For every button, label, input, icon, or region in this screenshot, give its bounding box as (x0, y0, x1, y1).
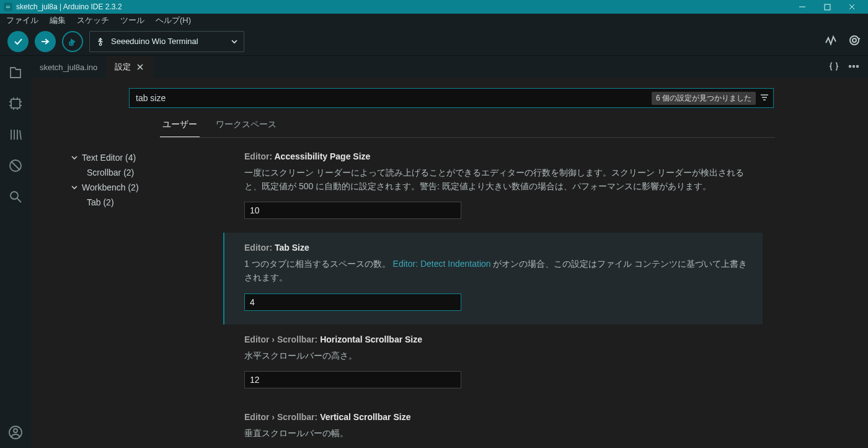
setting-description: 1 つのタブに相当するスペースの数。 Editor: Detect Indent… (244, 258, 751, 284)
maximize-button[interactable] (815, 0, 839, 14)
board-selector[interactable]: Seeeduino Wio Terminal (89, 31, 244, 52)
usb-icon (96, 37, 105, 46)
boards-manager-icon[interactable] (7, 96, 24, 112)
chevron-down-icon (231, 38, 237, 45)
title-bar: ∞ sketch_jul8a | Arduino IDE 2.3.2 (0, 0, 868, 14)
tab-sketch[interactable]: sketch_jul8a.ino (31, 56, 106, 78)
activity-bar (0, 56, 31, 448)
search-icon[interactable] (7, 189, 24, 205)
toc-tab-label: Tab (2) (87, 197, 114, 207)
toc-scrollbar-label: Scrollbar (2) (87, 168, 134, 177)
chevron-down-icon (71, 154, 78, 161)
more-actions-button[interactable] (848, 61, 859, 73)
svg-point-11 (850, 36, 859, 45)
toc-tab[interactable]: Tab (2) (71, 195, 223, 210)
close-button[interactable] (839, 0, 864, 14)
svg-point-36 (853, 65, 855, 67)
menu-file[interactable]: ファイル (1, 14, 43, 27)
toolbar: Seeeduino Wio Terminal (0, 27, 868, 56)
svg-line-28 (11, 161, 20, 170)
setting-title: Editor › Scrollbar: Horizontal Scrollbar… (244, 334, 751, 344)
svg-point-29 (11, 192, 18, 199)
toc-text-editor[interactable]: Text Editor (4) (71, 150, 223, 165)
horizontal-scrollbar-size-input[interactable] (244, 371, 461, 388)
setting-tab-size: Editor: Tab Size 1 つのタブに相当するスペースの数。 Edit… (223, 233, 763, 324)
svg-line-30 (17, 199, 21, 202)
detect-indentation-link[interactable]: Editor: Detect Indentation (393, 259, 491, 269)
debug-button[interactable] (62, 31, 83, 52)
svg-rect-14 (11, 99, 20, 108)
toc-workbench-label: Workbench (2) (82, 182, 139, 192)
svg-point-35 (849, 65, 851, 67)
setting-description: 一度にスクリーン リーダーによって読み上げることができるエディターの行数を制御し… (244, 166, 751, 193)
menu-help[interactable]: ヘルプ(H) (151, 14, 196, 27)
debug-icon[interactable] (7, 158, 24, 174)
svg-line-13 (858, 38, 860, 39)
svg-point-37 (857, 65, 859, 67)
editor-tabs: sketch_jul8a.ino 設定 (31, 56, 868, 78)
settings-search-box[interactable]: 6 個の設定が見つかりました (129, 88, 774, 108)
setting-title: Editor: Tab Size (244, 243, 751, 253)
board-name: Seeeduino Wio Terminal (111, 37, 198, 46)
settings-toc: Text Editor (4) Scrollbar (2) Workbench … (31, 141, 223, 448)
svg-point-7 (99, 43, 102, 45)
close-tab-icon[interactable] (136, 63, 144, 71)
serial-plotter-button[interactable] (825, 34, 837, 48)
svg-line-26 (20, 130, 21, 140)
open-json-button[interactable] (828, 61, 839, 73)
setting-vertical-scrollbar-size: Editor › Scrollbar: Vertical Scrollbar S… (223, 402, 763, 448)
tab-size-input[interactable] (244, 293, 461, 311)
svg-point-12 (852, 38, 856, 42)
scope-user[interactable]: ユーザー (160, 114, 200, 137)
menu-bar: ファイル 編集 スケッチ ツール ヘルプ(H) (0, 14, 868, 27)
setting-accessibility-page-size: Editor: Accessibility Page Size 一度にスクリーン… (223, 141, 763, 233)
toc-scrollbar[interactable]: Scrollbar (2) (71, 165, 223, 180)
menu-sketch[interactable]: スケッチ (72, 14, 114, 27)
settings-list[interactable]: Editor: Accessibility Page Size 一度にスクリーン… (223, 141, 868, 448)
svg-point-32 (14, 429, 17, 432)
setting-description: 水平スクロールバーの高さ。 (244, 349, 751, 363)
tab-settings-label: 設定 (115, 61, 131, 73)
chevron-down-icon (71, 184, 78, 191)
settings-search-input[interactable] (136, 93, 652, 103)
minimize-button[interactable] (790, 0, 815, 14)
setting-horizontal-scrollbar-size: Editor › Scrollbar: Horizontal Scrollbar… (223, 325, 763, 403)
app-icon: ∞ (4, 2, 12, 11)
library-manager-icon[interactable] (7, 127, 24, 143)
scope-workspace[interactable]: ワークスペース (213, 114, 279, 137)
setting-title: Editor › Scrollbar: Vertical Scrollbar S… (244, 412, 751, 422)
tab-sketch-label: sketch_jul8a.ino (40, 63, 97, 72)
filter-icon[interactable] (760, 92, 769, 104)
toc-workbench[interactable]: Workbench (2) (71, 180, 223, 195)
window-title: sketch_jul8a | Arduino IDE 2.3.2 (16, 2, 122, 11)
account-icon[interactable] (7, 424, 24, 441)
sketchbook-icon[interactable] (7, 65, 24, 81)
setting-description: 垂直スクロールバーの幅。 (244, 427, 751, 441)
menu-edit[interactable]: 編集 (45, 14, 71, 27)
upload-button[interactable] (35, 31, 56, 52)
results-count-chip: 6 個の設定が見つかりました (652, 92, 756, 105)
verify-button[interactable] (7, 31, 29, 52)
accessibility-page-size-input[interactable] (244, 202, 461, 219)
setting-title: Editor: Accessibility Page Size (244, 151, 751, 161)
toc-text-editor-label: Text Editor (4) (82, 153, 136, 163)
svg-rect-1 (825, 4, 830, 10)
menu-tools[interactable]: ツール (115, 14, 149, 27)
tab-settings[interactable]: 設定 (106, 56, 153, 78)
serial-monitor-button[interactable] (848, 34, 861, 48)
